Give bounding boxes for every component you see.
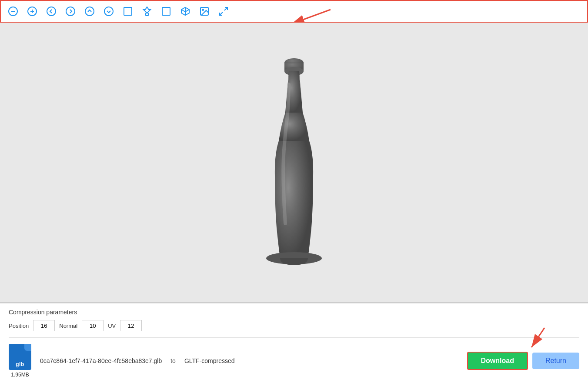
file-icon: glb [9,344,31,370]
svg-line-14 [224,7,227,10]
svg-rect-10 [146,13,148,16]
svg-line-15 [220,12,223,15]
uv-label: UV [108,323,116,329]
toolbar [0,0,588,23]
select-tool-button[interactable] [120,3,136,19]
file-actions: Download Return [467,352,579,370]
crop-tool-button[interactable] [158,3,174,19]
position-input[interactable] [33,320,55,331]
svg-point-7 [85,7,94,16]
normal-label: Normal [59,323,77,329]
image-button[interactable] [197,3,212,19]
file-icon-area: glb 1.95MB [9,344,31,378]
3d-view-button[interactable] [177,3,193,19]
position-label: Position [9,323,29,329]
svg-rect-9 [124,7,132,15]
file-name: 0ca7c864-1ef7-417a-80ee-4fc58eba83e7.glb [40,357,162,364]
file-info: 0ca7c864-1ef7-417a-80ee-4fc58eba83e7.glb… [40,357,467,364]
file-target: GLTF-compressed [184,357,235,364]
zoom-in-button[interactable] [24,3,40,19]
svg-point-8 [104,7,113,16]
next-button[interactable] [63,3,78,19]
pan-down-button[interactable] [101,3,117,19]
fullscreen-button[interactable] [216,3,231,19]
previous-button[interactable] [43,3,59,19]
compression-title: Compression parameters [9,309,579,316]
pan-up-button[interactable] [82,3,97,19]
paint-tool-button[interactable] [139,3,155,19]
bottle-model [242,23,346,302]
svg-line-17 [291,10,331,24]
compression-params: Position Normal UV [9,320,579,331]
return-button[interactable]: Return [532,353,579,369]
file-row: glb 1.95MB 0ca7c864-1ef7-417a-80ee-4fc58… [9,337,579,378]
svg-point-13 [202,9,204,10]
svg-rect-11 [162,7,170,15]
uv-input[interactable] [120,320,142,331]
svg-point-6 [66,7,75,16]
download-button[interactable]: Download [467,352,528,370]
file-arrow-text: to [170,357,176,364]
file-size: 1.95MB [11,372,29,378]
3d-viewer [0,23,588,303]
normal-input[interactable] [82,320,104,331]
zoom-out-button[interactable] [5,3,21,19]
svg-point-5 [47,7,56,16]
file-icon-label: glb [16,361,24,367]
bottom-panel: Compression parameters Position Normal U… [0,303,588,383]
